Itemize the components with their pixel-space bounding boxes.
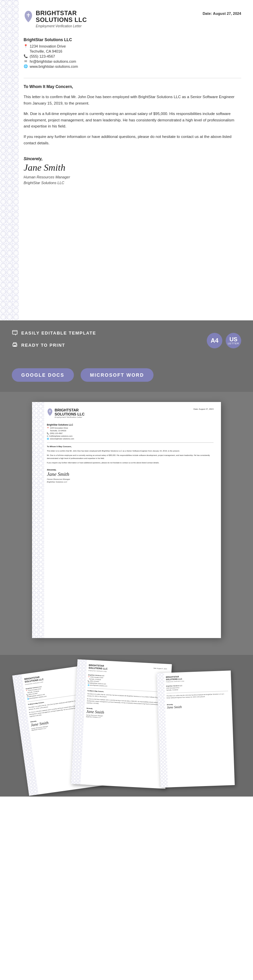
signature-name: Jane Smith — [24, 162, 241, 173]
preview-email-icon: ✉ — [47, 435, 48, 437]
edit-icon — [12, 330, 18, 336]
sp-company-3: BRIGHTSTARSOLUTIONS LLC Employment Verif… — [165, 676, 184, 682]
phone-icon: 📞 — [24, 54, 28, 58]
preview-section: BRIGHTSTAR SOLUTIONS LLC Employment Veri… — [0, 392, 253, 655]
letter-left-border — [0, 0, 19, 320]
preview-card: BRIGHTSTAR SOLUTIONS LLC Employment Veri… — [32, 402, 221, 638]
preview-address-city: 📍 Techville, CA 94016 — [47, 430, 213, 432]
svg-rect-2 — [0, 0, 19, 320]
badges-left: EASILY EDITABLE TEMPLATE READY TO PRINT — [12, 330, 96, 352]
preview-location-icon: 📍 — [47, 427, 49, 429]
editable-badge: EASILY EDITABLE TEMPLATE — [12, 330, 96, 336]
address-phone: 📞 (555) 123-4567 — [24, 54, 241, 58]
badges-rows: EASILY EDITABLE TEMPLATE READY TO PRINT — [12, 330, 241, 352]
preview-phone-icon: 📞 — [47, 432, 49, 434]
preview-company-name-block: BRIGHTSTAR SOLUTIONS LLC Employment Veri… — [55, 408, 85, 418]
preview-header: BRIGHTSTAR SOLUTIONS LLC Employment Veri… — [47, 408, 213, 418]
letter-paragraph-1: This letter is to confirm that Mr. John … — [24, 94, 241, 107]
preview-sincerely: Sincerely, — [47, 469, 213, 471]
print-label: READY TO PRINT — [21, 343, 65, 348]
sp-header-3: BRIGHTSTARSOLUTIONS LLC Employment Verif… — [165, 674, 228, 683]
software-section: GOOGLE DOCS MICROSOFT WORD — [0, 365, 253, 392]
sp-company-2: BRIGHTSTARSOLUTIONS LLC Employment Verif… — [88, 664, 108, 673]
preview-paragraph-2: Mr. Doe is a full-time employee and is c… — [47, 454, 213, 460]
address-email: ✉ hr@brightstar-solutions.com — [24, 59, 241, 64]
badges-top-row: EASILY EDITABLE TEMPLATE READY TO PRINT — [12, 330, 241, 352]
letter-content: BRIGHTSTAR SOLUTIONS LLC Employment Veri… — [19, 0, 253, 320]
preview-signature: Jane Smith — [47, 471, 213, 477]
letter-date: Date: August 27, 2024 — [203, 11, 241, 16]
editable-label: EASILY EDITABLE TEMPLATE — [21, 331, 96, 336]
preview-paragraph-1: This letter is to confirm that Mr. John … — [47, 450, 213, 452]
sp-para-3-1: This letter is to confirm that Mr. John … — [166, 693, 228, 699]
company-name: BRIGHTSTAR SOLUTIONS LLC — [36, 10, 87, 24]
web-icon: 🌐 — [24, 64, 28, 68]
preview-address-website: 🌐 www.brightstar-solutions.com — [47, 438, 213, 440]
preview-content: BRIGHTSTAR SOLUTIONS LLC Employment Veri… — [44, 402, 221, 638]
preview-signer-title: Human Resources Manager BrightStar Solut… — [47, 478, 213, 484]
scattered-page-3: BRIGHTSTARSOLUTIONS LLC Employment Verif… — [156, 670, 235, 788]
preview-web-icon: 🌐 — [47, 438, 49, 440]
letter-closing: Sincerely, Jane Smith Human Resources Ma… — [24, 156, 241, 186]
preview-logo-icon — [47, 408, 53, 416]
preview-date: Date: August 27, 2024 — [194, 408, 213, 410]
letter-salutation: To Whom It May Concern, — [24, 84, 241, 89]
preview-paragraph-3: If you require any further information o… — [47, 461, 213, 464]
signer-title: Human Resources Manager BrightStar Solut… — [24, 174, 241, 186]
logo-icon — [24, 10, 33, 23]
sincerely-text: Sincerely, — [24, 156, 241, 161]
sp-page-3-inner: BRIGHTSTARSOLUTIONS LLC Employment Verif… — [156, 670, 235, 788]
preview-address-name: BrightStar Solutions LLC — [47, 423, 213, 426]
address-block: BrightStar Solutions LLC 📍 1234 Innovati… — [24, 37, 241, 68]
format-badges: A4 US LETTER — [207, 333, 241, 348]
email-icon: ✉ — [24, 59, 28, 64]
preview-company-subtitle: Employment Verification Letter — [55, 416, 85, 418]
svg-rect-6 — [13, 345, 16, 347]
badges-section: EASILY EDITABLE TEMPLATE READY TO PRINT — [0, 320, 253, 365]
scattered-section: BRIGHTSTARSOLUTIONS LLC Employment Verif… — [0, 655, 253, 797]
print-icon — [12, 342, 18, 348]
sp-header-2: BRIGHTSTARSOLUTIONS LLC Employment Verif… — [88, 664, 167, 676]
preview-address-email: ✉ hr@brightstar-solutions.com — [47, 435, 213, 437]
preview-left-border — [32, 402, 44, 638]
preview-closing: Sincerely, Jane Smith Human Resources Ma… — [47, 469, 213, 484]
format-a4-badge: A4 — [207, 333, 222, 348]
address-website: 🌐 www.brightstar-solutions.com — [24, 64, 241, 68]
svg-point-7 — [16, 344, 16, 345]
letter-page: BRIGHTSTAR SOLUTIONS LLC Employment Veri… — [0, 0, 253, 320]
preview-salutation: To Whom It May Concern, — [47, 445, 213, 447]
svg-rect-10 — [32, 402, 44, 638]
letter-paragraph-3: If you require any further information o… — [24, 134, 241, 146]
sp-closing-2: Sincerely, Jane Smith Human Resources Ma… — [86, 707, 165, 721]
preview-logo: BRIGHTSTAR SOLUTIONS LLC Employment Veri… — [47, 408, 85, 418]
letter-section: BRIGHTSTAR SOLUTIONS LLC Employment Veri… — [0, 0, 253, 320]
sp-closing-3: Sincerely, Jane Smith — [167, 702, 228, 709]
address-city: 📍 Techville, CA 94016 — [24, 49, 241, 53]
company-logo: BRIGHTSTAR SOLUTIONS LLC Employment Veri… — [24, 10, 87, 28]
letter-paragraph-2: Mr. Doe is a full-time employee and is c… — [24, 111, 241, 130]
address-company-name: BrightStar Solutions LLC — [24, 37, 241, 42]
letter-divider — [24, 78, 241, 78]
location-icon: 📍 — [24, 44, 28, 48]
sp-address-2: BrightStar Solutions LLC 📍 1234 Innovati… — [88, 674, 167, 690]
microsoft-word-button[interactable]: MICROSOFT WORD — [81, 368, 153, 382]
company-subtitle: Employment Verification Letter — [36, 24, 87, 28]
google-docs-button[interactable]: GOOGLE DOCS — [12, 368, 74, 382]
format-us-badge: US LETTER — [226, 333, 241, 348]
address-street: 📍 1234 Innovation Drive — [24, 44, 241, 48]
preview-address-phone: 📞 (555) 123-4567 — [47, 432, 213, 434]
svg-rect-3 — [13, 331, 17, 334]
preview-address-street: 📍 1234 Innovation Drive — [47, 427, 213, 429]
preview-divider — [47, 442, 213, 443]
sp-address-3: BrightStar Solutions LLC 1234 Innovation… — [166, 683, 228, 691]
print-badge: READY TO PRINT — [12, 342, 96, 348]
preview-company-name: BRIGHTSTAR SOLUTIONS LLC — [55, 408, 85, 416]
letter-header: BRIGHTSTAR SOLUTIONS LLC Employment Veri… — [24, 10, 241, 28]
sp-content-3: BRIGHTSTARSOLUTIONS LLC Employment Verif… — [164, 670, 235, 788]
company-name-block: BRIGHTSTAR SOLUTIONS LLC Employment Veri… — [36, 10, 87, 28]
sp-company-1: BRIGHTSTARSOLUTIONS LLC Employment Verif… — [24, 676, 44, 685]
